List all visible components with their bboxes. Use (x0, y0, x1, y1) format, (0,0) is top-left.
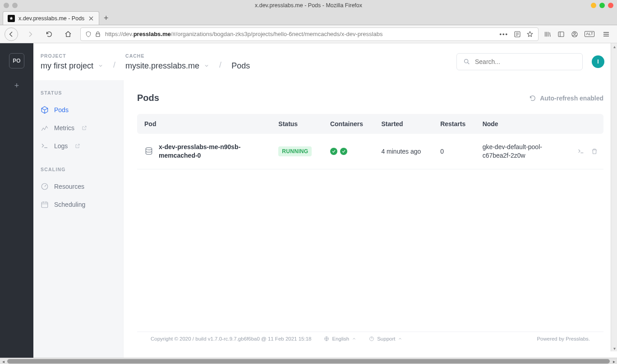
svg-point-7 (146, 148, 152, 150)
restarts-cell: 0 (435, 134, 477, 169)
side-nav: STATUS Pods Metrics Logs (33, 80, 124, 358)
refresh-icon (529, 95, 536, 102)
auto-refresh-toggle[interactable]: Auto-refresh enabled (529, 95, 603, 102)
alt-badge-icon[interactable]: ALT (585, 31, 594, 37)
chevron-up-icon (398, 337, 402, 341)
window-controls[interactable] (591, 3, 613, 8)
account-icon[interactable] (571, 31, 578, 38)
nav-section-scaling: SCALING (33, 167, 123, 172)
hamburger-menu[interactable] (600, 28, 612, 41)
footer-powered: Powered by Presslabs. (537, 336, 590, 341)
star-icon[interactable] (526, 31, 534, 38)
language-picker[interactable]: English (324, 336, 356, 341)
meatball-icon[interactable]: ••• (500, 31, 509, 37)
search-field[interactable] (475, 58, 576, 65)
address-bar[interactable]: https://dev.presslabs.me/#/organizations… (80, 27, 539, 41)
sidebar-icon[interactable] (557, 31, 565, 38)
svg-rect-6 (41, 202, 48, 208)
reload-button[interactable] (42, 27, 56, 41)
svg-point-4 (465, 59, 468, 63)
started-cell: 4 minutes ago (376, 134, 435, 169)
pod-name: x-dev-presslabs-me-n90sb-memcached-0 (159, 143, 248, 160)
footer-copyright: Copyright © 2020 / build v1.7.0-rc.9.7.g… (151, 336, 311, 341)
new-tab-button[interactable]: + (99, 11, 113, 25)
org-badge[interactable]: PO (9, 53, 24, 68)
svg-point-3 (574, 32, 576, 34)
shell-icon[interactable] (577, 148, 585, 155)
nav-section-status: STATUS (33, 90, 123, 96)
page-header: PROJECT my first project / CACHE mysite.… (33, 43, 617, 80)
nav-scheduling[interactable]: Scheduling (33, 196, 123, 214)
terminal-icon (41, 142, 49, 150)
tab-strip: x.dev.presslabs.me - Pods + (0, 11, 617, 25)
reader-icon[interactable] (514, 31, 521, 38)
check-icon (330, 148, 337, 155)
cube-icon (41, 106, 49, 114)
library-icon[interactable] (544, 31, 551, 38)
help-icon (369, 336, 374, 341)
window-title: x.dev.presslabs.me - Pods - Mozilla Fire… (255, 2, 362, 9)
col-node[interactable]: Node (477, 114, 567, 134)
nav-pods[interactable]: Pods (33, 101, 123, 119)
browser-tab[interactable]: x.dev.presslabs.me - Pods (3, 11, 99, 25)
nav-metrics[interactable]: Metrics (33, 119, 123, 137)
home-button[interactable] (61, 27, 75, 41)
trash-icon[interactable] (591, 148, 598, 155)
breadcrumb-page: Pods (231, 53, 250, 71)
container-indicators (330, 148, 370, 155)
col-pod[interactable]: Pod (137, 114, 273, 134)
breadcrumb-project[interactable]: PROJECT my first project (41, 53, 103, 71)
horizontal-scrollbar[interactable]: ◂▸ (0, 358, 617, 364)
page: ▴▾ PO + PROJECT my first project / C (0, 43, 617, 358)
vertical-scrollbar[interactable]: ▴▾ (611, 43, 617, 351)
gauge-icon (41, 182, 49, 191)
search-icon (463, 58, 470, 65)
shield-icon[interactable] (85, 31, 92, 37)
nav-resources[interactable]: Resources (33, 177, 123, 196)
breadcrumb-cache[interactable]: CACHE mysite.presslabs.me (125, 53, 209, 71)
tab-title: x.dev.presslabs.me - Pods (18, 15, 84, 22)
pods-table: Pod Status Containers Started Restarts N… (137, 114, 603, 169)
nav-logs[interactable]: Logs (33, 137, 123, 155)
globe-icon (324, 336, 329, 341)
forward-button[interactable] (23, 27, 37, 41)
window-titlebar: x.dev.presslabs.me - Pods - Mozilla Fire… (0, 0, 617, 11)
col-started[interactable]: Started (376, 114, 435, 134)
browser-toolbar: https://dev.presslabs.me/#/organizations… (0, 25, 617, 43)
support-link[interactable]: Support (369, 336, 402, 341)
footer: Copyright © 2020 / build v1.7.0-rc.9.7.g… (137, 332, 603, 345)
external-link-icon (82, 125, 87, 131)
chevron-down-icon[interactable] (204, 63, 209, 68)
breadcrumb: PROJECT my first project / CACHE mysite.… (41, 53, 250, 71)
tab-close-icon[interactable] (88, 15, 94, 22)
org-rail: PO + (0, 43, 33, 358)
external-link-icon (75, 143, 80, 149)
node-cell: gke-dev-default-pool-c67bea2f-2z0w (477, 134, 567, 169)
status-badge: RUNNING (278, 146, 312, 156)
svg-rect-1 (558, 32, 564, 36)
main: Pods Auto-refresh enabled Pod Status Con… (124, 80, 617, 358)
avatar[interactable]: I (592, 55, 604, 68)
check-icon (340, 148, 347, 155)
url-text: https://dev.presslabs.me/#/organizations… (105, 31, 382, 37)
calendar-icon (41, 200, 49, 209)
add-org-button[interactable]: + (14, 81, 19, 91)
chevron-up-icon (352, 337, 356, 341)
database-icon (144, 147, 153, 156)
chevron-down-icon[interactable] (98, 63, 103, 68)
search-input[interactable] (456, 53, 583, 70)
col-containers[interactable]: Containers (325, 114, 376, 134)
col-restarts[interactable]: Restarts (435, 114, 477, 134)
titlebar-left-dots (4, 3, 18, 8)
lock-icon[interactable] (95, 31, 101, 37)
col-status[interactable]: Status (273, 114, 325, 134)
chart-icon (41, 124, 49, 132)
page-title: Pods (137, 93, 159, 103)
table-row[interactable]: x-dev-presslabs-me-n90sb-memcached-0 RUN… (137, 134, 603, 169)
back-button[interactable] (5, 27, 18, 41)
tab-favicon (8, 15, 15, 22)
